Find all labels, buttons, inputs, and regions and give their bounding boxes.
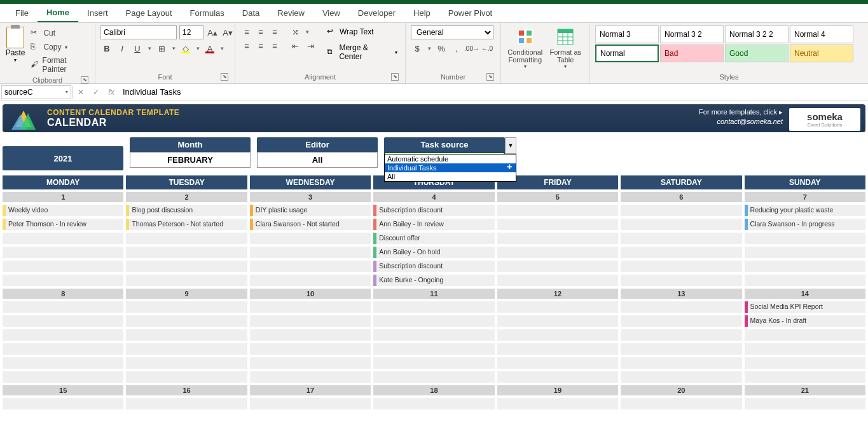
style-normal-3[interactable]: Normal 3 — [595, 25, 659, 43]
orientation-icon[interactable]: ⤭ — [289, 25, 301, 38]
decrease-indent-icon[interactable]: ⇤ — [289, 39, 301, 52]
svg-rect-4 — [527, 38, 532, 43]
increase-decimal-icon[interactable]: .00→ — [465, 42, 478, 55]
decrease-font-icon[interactable]: A▾ — [221, 26, 234, 39]
tab-developer[interactable]: Developer — [349, 4, 404, 22]
task-item[interactable]: Reducing your plastic waste — [745, 205, 865, 216]
increase-indent-icon[interactable]: ⇥ — [304, 39, 317, 52]
empty-slot — [497, 371, 618, 383]
number-dialog-icon[interactable]: ⬊ — [486, 73, 494, 81]
empty-slot — [3, 343, 123, 355]
task-item[interactable]: Clara Swanson - In progress — [745, 219, 865, 230]
style-normal-3-2[interactable]: Normal 3 2 — [660, 25, 724, 43]
align-center-icon[interactable]: ≡ — [254, 39, 267, 52]
tab-help[interactable]: Help — [404, 4, 439, 22]
style-normal[interactable]: Normal — [595, 44, 659, 62]
conditional-formatting-button[interactable]: Conditional Formatting▾ — [506, 25, 544, 69]
wrap-text-button[interactable]: ↩Wrap Text — [324, 25, 400, 38]
tab-view[interactable]: View — [313, 4, 349, 22]
task-item[interactable]: Ann Bailey - On hold — [373, 247, 494, 258]
percent-format-icon[interactable]: % — [435, 42, 448, 55]
task-item[interactable]: Kate Burke - Ongoing — [373, 275, 494, 286]
empty-slot — [250, 329, 371, 341]
task-item[interactable]: Weekly video — [3, 205, 123, 216]
merge-center-button[interactable]: ⧉Merge & Center▾ — [324, 42, 400, 62]
font-color-button[interactable]: A — [203, 42, 216, 55]
tab-power-pivot[interactable]: Power Pivot — [439, 4, 501, 22]
empty-slot — [250, 315, 371, 327]
copy-button[interactable]: ⎘Copy▾ — [28, 41, 90, 53]
style-neutral[interactable]: Neutral — [790, 44, 853, 62]
empty-slot — [3, 398, 123, 409]
tab-file[interactable]: File — [6, 4, 38, 22]
align-right-icon[interactable]: ≡ — [268, 39, 281, 52]
empty-slot — [745, 233, 865, 244]
border-button[interactable]: ⊞ — [155, 42, 168, 55]
style-normal-3-2-2[interactable]: Normal 3 2 2 — [725, 25, 789, 43]
underline-button[interactable]: U — [131, 42, 144, 55]
font-dialog-icon[interactable]: ⬊ — [221, 73, 228, 81]
bold-button[interactable]: B — [100, 42, 113, 55]
empty-slot — [621, 398, 741, 409]
tab-home[interactable]: Home — [38, 4, 78, 22]
tab-data[interactable]: Data — [233, 4, 268, 22]
font-size-select[interactable] — [179, 25, 203, 39]
more-templates-link[interactable]: For more templates, click ▸ — [699, 108, 783, 116]
font-name-select[interactable] — [100, 25, 177, 39]
cancel-formula-icon[interactable]: ✕ — [73, 88, 88, 97]
task-item[interactable]: DIY plastic usage — [250, 205, 371, 216]
dropdown-option[interactable]: All — [385, 172, 516, 181]
empty-slot — [373, 398, 494, 409]
italic-button[interactable]: I — [116, 42, 128, 55]
style-normal-4[interactable]: Normal 4 — [790, 25, 853, 43]
align-top-icon[interactable]: ≡ — [240, 25, 253, 38]
task-item[interactable]: Maya Kos - In draft — [745, 315, 865, 327]
alignment-dialog-icon[interactable]: ⬊ — [391, 73, 399, 81]
clipboard-dialog-icon[interactable]: ⬊ — [81, 76, 88, 84]
format-as-table-button[interactable]: Format as Table▾ — [547, 25, 585, 69]
cell-styles-gallery[interactable]: Normal 3Normal 3 2Normal 3 2 2Normal 4No… — [595, 25, 853, 62]
align-left-icon[interactable]: ≡ — [240, 39, 253, 52]
task-source-control: Task source Individual Tasks ▼ Automatic… — [384, 137, 505, 169]
task-item[interactable]: Peter Thomson - In review — [3, 219, 123, 230]
task-item[interactable]: Social Media KPI Report — [745, 301, 865, 313]
task-item[interactable]: Discount offer — [373, 233, 494, 244]
name-box[interactable]: sourceC▾ — [1, 85, 71, 99]
svg-rect-3 — [519, 38, 524, 43]
day-number: 16 — [126, 385, 247, 395]
tab-insert[interactable]: Insert — [78, 4, 117, 22]
tab-review[interactable]: Review — [268, 4, 313, 22]
task-item[interactable]: Ann Bailey - In review — [373, 219, 494, 230]
increase-font-icon[interactable]: A▴ — [206, 26, 219, 39]
task-item[interactable]: Thomas Peterson - Not started — [126, 219, 247, 230]
task-item[interactable]: Clara Swanson - Not started — [250, 219, 371, 230]
task-item[interactable]: Subscription discount — [373, 261, 494, 272]
editor-value[interactable]: All — [257, 152, 378, 168]
dropdown-button[interactable]: ▼ — [505, 137, 516, 154]
worksheet[interactable]: CONTENT CALENDAR TEMPLATE CALENDAR For m… — [0, 100, 868, 445]
decrease-decimal-icon[interactable]: ←.0 — [481, 42, 493, 55]
dropdown-list[interactable]: Automatic scheduleIndividual TasksAll — [384, 154, 516, 182]
style-bad[interactable]: Bad — [660, 44, 724, 62]
dropdown-option[interactable]: Individual Tasks — [385, 163, 516, 172]
fx-icon[interactable]: fx — [104, 88, 119, 97]
task-item[interactable]: Subscription discount — [373, 205, 494, 216]
accounting-format-icon[interactable]: $ — [411, 42, 424, 55]
number-format-select[interactable]: General — [411, 25, 493, 39]
task-item[interactable]: Blog post discussion — [126, 205, 247, 216]
align-middle-icon[interactable]: ≡ — [254, 25, 267, 38]
dropdown-option[interactable]: Automatic schedule — [385, 154, 516, 163]
comma-format-icon[interactable]: , — [450, 42, 463, 55]
tab-formulas[interactable]: Formulas — [181, 4, 233, 22]
fill-color-button[interactable]: ◇ — [179, 42, 192, 55]
month-value[interactable]: FEBRUARY — [130, 152, 251, 168]
format-painter-button[interactable]: 🖌Format Painter — [28, 55, 90, 75]
tab-page-layout[interactable]: Page Layout — [117, 4, 181, 22]
cut-button[interactable]: ✂Cut — [28, 27, 90, 39]
paste-button[interactable]: Paste ▾ — [5, 25, 25, 63]
enter-formula-icon[interactable]: ✓ — [88, 88, 104, 97]
empty-slot — [621, 275, 741, 286]
style-good[interactable]: Good — [725, 44, 789, 62]
align-bottom-icon[interactable]: ≡ — [268, 25, 281, 38]
formula-input[interactable] — [119, 85, 868, 99]
